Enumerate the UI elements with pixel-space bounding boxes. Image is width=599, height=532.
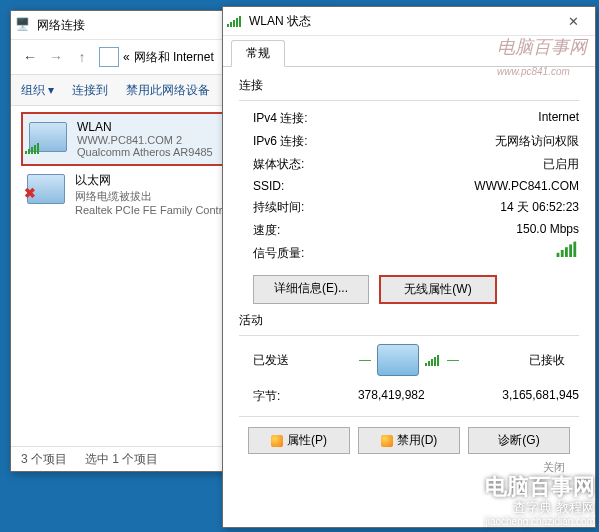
item-device: Qualcomm Atheros AR9485: [77, 146, 213, 158]
status-count: 3 个项目: [21, 451, 67, 468]
bottom-buttons: 属性(P) 禁用(D) 诊断(G): [239, 427, 579, 454]
breadcrumb-sep: «: [123, 50, 130, 64]
location-icon: [99, 47, 119, 67]
signal-icon: [227, 15, 243, 27]
signal-icon: [425, 354, 441, 366]
close-button[interactable]: ✕: [555, 10, 591, 32]
disable-button[interactable]: 禁用(D): [358, 427, 460, 454]
connect-to-button[interactable]: 连接到: [72, 82, 108, 99]
section-heading: 连接: [239, 77, 579, 94]
row-media: 媒体状态:已启用: [239, 153, 579, 176]
row-ipv6: IPv6 连接:无网络访问权限: [239, 130, 579, 153]
nc-icon: 🖥️: [15, 17, 31, 33]
row-signal-quality: 信号质量:: [239, 242, 579, 265]
connection-section: 连接 IPv4 连接:Internet IPv6 连接:无网络访问权限 媒体状态…: [239, 77, 579, 304]
back-button[interactable]: ←: [17, 44, 43, 70]
close-label: 关闭: [543, 461, 565, 473]
properties-button[interactable]: 属性(P): [248, 427, 350, 454]
details-button[interactable]: 详细信息(E)...: [253, 275, 369, 304]
wireless-properties-button[interactable]: 无线属性(W): [379, 275, 497, 304]
up-button[interactable]: ↑: [69, 44, 95, 70]
organize-menu[interactable]: 组织 ▾: [21, 82, 54, 99]
forward-button[interactable]: →: [43, 44, 69, 70]
recv-label: 已接收: [529, 352, 565, 369]
signal-icon: [25, 142, 41, 154]
item-status: 网络电缆被拔出: [75, 189, 222, 204]
item-name: WLAN: [77, 120, 213, 134]
nc-title: 网络连接: [37, 17, 85, 34]
item-name: 以太网: [75, 172, 222, 189]
diagnose-button[interactable]: 诊断(G): [468, 427, 570, 454]
status-selected: 选中 1 个项目: [85, 451, 158, 468]
section-heading: 活动: [239, 312, 579, 329]
tab-general[interactable]: 常规: [231, 40, 285, 67]
shield-icon: [381, 435, 393, 447]
monitor-icon: [377, 344, 419, 376]
shield-icon: [271, 435, 283, 447]
row-ipv4: IPv4 连接:Internet: [239, 107, 579, 130]
item-network: WWW.PC841.COM 2: [77, 134, 213, 146]
tab-strip: 常规: [223, 40, 595, 67]
ws-title: WLAN 状态: [249, 13, 311, 30]
row-speed: 速度:150.0 Mbps: [239, 219, 579, 242]
ws-titlebar: WLAN 状态 ✕: [223, 7, 595, 36]
breadcrumb[interactable]: 网络和 Internet: [134, 49, 214, 66]
row-bytes: 字节: 378,419,982 3,165,681,945: [239, 378, 579, 408]
ethernet-adapter-icon: [27, 174, 65, 204]
item-device: Realtek PCIe FE Family Contr: [75, 204, 222, 216]
row-duration: 持续时间:14 天 06:52:23: [239, 196, 579, 219]
disable-device-button[interactable]: 禁用此网络设备: [126, 82, 210, 99]
activity-section: 活动 已发送 — — 已接收 字节: 378,419,982 3,165,681…: [239, 312, 579, 408]
signal-icon: [557, 240, 579, 257]
row-ssid: SSID:WWW.PC841.COM: [239, 176, 579, 196]
wlan-status-dialog: WLAN 状态 ✕ 电脑百事网 www.pc841.com 常规 连接 IPv4…: [222, 6, 596, 528]
sent-label: 已发送: [253, 352, 289, 369]
